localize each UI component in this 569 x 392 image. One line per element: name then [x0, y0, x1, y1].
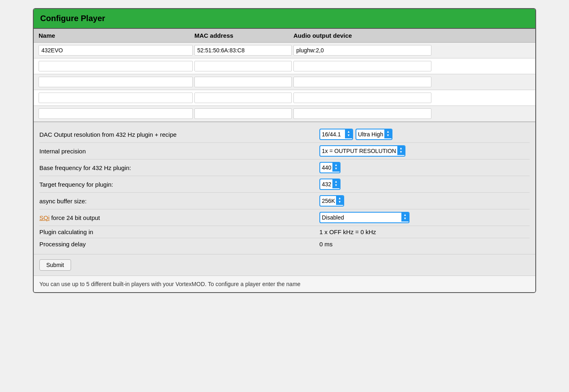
- precision-select[interactable]: 1x = OUTPUT RESOLUTION 2x 4x 8x: [320, 146, 397, 156]
- audio-input-5[interactable]: [293, 108, 431, 119]
- dac-resolution-controls: 16/44.1 16/48 24/88.2 24/96 24/176.4 24/…: [319, 129, 530, 140]
- plugin-calc-value: 1 x OFF kHz = 0 kHz: [319, 228, 376, 235]
- footer-text: You can use up to 5 different built-in p…: [34, 276, 535, 292]
- table-row: [34, 58, 535, 74]
- audio-cell-3: [293, 77, 431, 87]
- target-freq-label: Target frequency for plugin:: [39, 181, 315, 188]
- down-arrow-icon: ▼: [338, 200, 341, 204]
- precision-arrows[interactable]: ▲ ▼: [397, 146, 405, 155]
- sqi-label: SQi force 24 bit output: [39, 214, 315, 221]
- sqi-stepper: Disabled Enabled ▲ ▼: [319, 212, 410, 223]
- audio-input-1[interactable]: [293, 45, 431, 56]
- base-freq-select[interactable]: 440 432 446: [320, 163, 332, 172]
- name-cell-4: [39, 93, 193, 103]
- mac-cell-1: [194, 45, 292, 56]
- base-freq-arrows[interactable]: ▲ ▼: [332, 163, 340, 172]
- base-freq-controls: 440 432 446 ▲ ▼: [319, 162, 530, 173]
- target-freq-stepper: 432 440 446 ▲ ▼: [319, 179, 341, 190]
- configure-player-dialog: Configure Player Name MAC address Audio …: [33, 8, 536, 293]
- target-freq-row: Target frequency for plugin: 432 440 446…: [39, 176, 530, 193]
- dac-quality-select[interactable]: Low Medium High Ultra High: [356, 129, 384, 139]
- mac-input-4[interactable]: [194, 93, 292, 103]
- submit-section: Submit: [34, 254, 535, 276]
- table-row: [34, 74, 535, 90]
- mac-input-3[interactable]: [194, 77, 292, 87]
- audio-cell-4: [293, 93, 431, 103]
- audio-cell-5: [293, 108, 431, 119]
- audio-input-3[interactable]: [293, 77, 431, 87]
- submit-button[interactable]: Submit: [39, 259, 71, 271]
- async-buffer-stepper: 64K 128K 256K 512K ▲ ▼: [319, 195, 344, 207]
- name-input-1[interactable]: [39, 45, 193, 56]
- base-freq-label: Base frequency for 432 Hz plugin:: [39, 164, 315, 171]
- name-input-2[interactable]: [39, 61, 193, 71]
- proc-delay-value: 0 ms: [319, 241, 333, 248]
- table-row: [34, 43, 535, 58]
- mac-input-5[interactable]: [194, 108, 292, 119]
- base-freq-stepper: 440 432 446 ▲ ▼: [319, 162, 341, 173]
- async-buffer-label: async buffer size:: [39, 198, 315, 205]
- sqi-row: SQi force 24 bit output Disabled Enabled…: [39, 209, 530, 226]
- settings-section: DAC Output resolution from 432 Hz plugin…: [34, 122, 535, 254]
- dac-resolution-stepper: 16/44.1 16/48 24/88.2 24/96 24/176.4 24/…: [319, 129, 353, 140]
- name-input-4[interactable]: [39, 93, 193, 103]
- down-arrow-icon: ▼: [347, 134, 350, 138]
- dac-resolution-row: DAC Output resolution from 432 Hz plugin…: [39, 126, 530, 143]
- dac-quality-arrows[interactable]: ▲ ▼: [384, 129, 392, 138]
- name-cell-2: [39, 61, 193, 71]
- audio-cell-1: [293, 45, 431, 56]
- plugin-calc-controls: 1 x OFF kHz = 0 kHz: [319, 228, 530, 235]
- name-cell-5: [39, 108, 193, 119]
- async-buffer-arrows[interactable]: ▲ ▼: [336, 196, 343, 205]
- down-arrow-icon: ▼: [334, 167, 338, 171]
- target-freq-arrows[interactable]: ▲ ▼: [332, 179, 340, 188]
- mac-cell-4: [194, 93, 292, 103]
- precision-row: Internal precision 1x = OUTPUT RESOLUTIO…: [39, 143, 530, 159]
- name-input-3[interactable]: [39, 77, 193, 87]
- sqi-link[interactable]: SQi: [39, 214, 50, 221]
- col-mac: MAC address: [194, 32, 292, 39]
- precision-stepper: 1x = OUTPUT RESOLUTION 2x 4x 8x ▲ ▼: [319, 145, 405, 157]
- mac-cell-3: [194, 77, 292, 87]
- down-arrow-icon: ▼: [386, 134, 390, 138]
- proc-delay-controls: 0 ms: [319, 241, 530, 248]
- table-row: [34, 90, 535, 106]
- dialog-content: Name MAC address Audio output device: [34, 29, 535, 292]
- dialog-title: Configure Player: [40, 14, 105, 23]
- sqi-controls: Disabled Enabled ▲ ▼: [319, 212, 530, 223]
- dac-resolution-select[interactable]: 16/44.1 16/48 24/88.2 24/96 24/176.4 24/…: [320, 129, 345, 139]
- base-freq-row: Base frequency for 432 Hz plugin: 440 43…: [39, 159, 530, 176]
- name-cell-3: [39, 77, 193, 87]
- target-freq-select[interactable]: 432 440 446: [320, 179, 332, 189]
- audio-cell-2: [293, 61, 431, 71]
- async-buffer-row: async buffer size: 64K 128K 256K 512K ▲ …: [39, 193, 530, 209]
- dac-resolution-arrows[interactable]: ▲ ▼: [345, 129, 352, 138]
- col-audio: Audio output device: [293, 32, 431, 39]
- target-freq-controls: 432 440 446 ▲ ▼: [319, 179, 530, 190]
- dac-resolution-label: DAC Output resolution from 432 Hz plugin…: [39, 131, 315, 138]
- async-buffer-select[interactable]: 64K 128K 256K 512K: [320, 196, 336, 206]
- plugin-calc-row: Plugin calculating in 1 x OFF kHz = 0 kH…: [39, 226, 530, 238]
- dialog-header: Configure Player: [34, 9, 535, 29]
- down-arrow-icon: ▼: [334, 184, 338, 187]
- mac-cell-5: [194, 108, 292, 119]
- player-table: Name MAC address Audio output device: [34, 29, 535, 122]
- down-arrow-icon: ▼: [403, 217, 407, 221]
- col-name: Name: [39, 32, 193, 39]
- mac-input-1[interactable]: [194, 45, 292, 56]
- audio-input-4[interactable]: [293, 93, 431, 103]
- sqi-select[interactable]: Disabled Enabled: [320, 213, 401, 222]
- down-arrow-icon: ▼: [399, 151, 403, 154]
- plugin-calc-label: Plugin calculating in: [39, 228, 315, 235]
- async-buffer-controls: 64K 128K 256K 512K ▲ ▼: [319, 195, 530, 207]
- audio-input-2[interactable]: [293, 61, 431, 71]
- name-input-5[interactable]: [39, 108, 193, 119]
- proc-delay-label: Processing delay: [39, 241, 315, 248]
- precision-controls: 1x = OUTPUT RESOLUTION 2x 4x 8x ▲ ▼: [319, 145, 530, 157]
- table-header-row: Name MAC address Audio output device: [34, 29, 535, 43]
- sqi-arrows[interactable]: ▲ ▼: [401, 213, 409, 222]
- mac-input-2[interactable]: [194, 61, 292, 71]
- precision-label: Internal precision: [39, 148, 315, 155]
- proc-delay-row: Processing delay 0 ms: [39, 238, 530, 250]
- name-cell-1: [39, 45, 193, 56]
